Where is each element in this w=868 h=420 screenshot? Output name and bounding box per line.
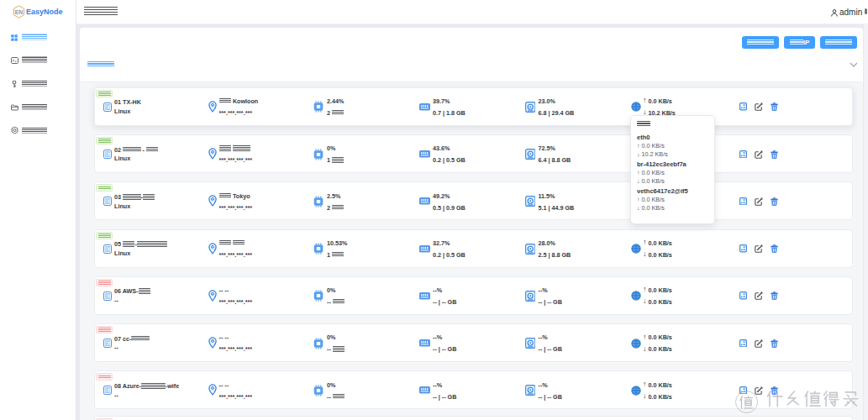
svg-text:EN: EN <box>15 9 24 15</box>
